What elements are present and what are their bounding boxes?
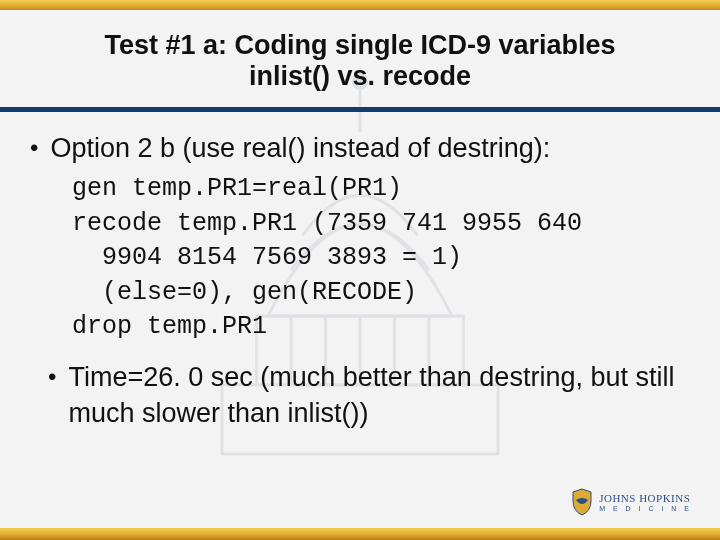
shield-icon: [571, 488, 593, 516]
title-line-2: inlist() vs. recode: [249, 61, 471, 91]
bullet-2-text: Time=26. 0 sec (much better than destrin…: [68, 359, 690, 432]
top-accent-bar: [0, 0, 720, 10]
bullet-dot-icon: •: [30, 130, 38, 164]
bottom-accent-bar: [0, 528, 720, 540]
title-line-1: Test #1 a: Coding single ICD-9 variables: [104, 30, 615, 60]
title-area: Test #1 a: Coding single ICD-9 variables…: [0, 10, 720, 102]
bullet-1-text: Option 2 b (use real() instead of destri…: [50, 130, 550, 166]
logo-sub-text: M E D I C I N E: [599, 505, 692, 512]
bullet-dot-icon: •: [48, 359, 56, 393]
logo-text-wrap: JOHNS HOPKINS M E D I C I N E: [599, 492, 692, 511]
bullet-1: • Option 2 b (use real() instead of dest…: [30, 130, 690, 166]
footer-logo: JOHNS HOPKINS M E D I C I N E: [571, 488, 692, 516]
code-block: gen temp.PR1=real(PR1) recode temp.PR1 (…: [30, 166, 690, 359]
divider-rule: [0, 107, 720, 112]
bullet-2: • Time=26. 0 sec (much better than destr…: [48, 359, 690, 432]
logo-main-text: JOHNS HOPKINS: [599, 492, 692, 504]
slide-title: Test #1 a: Coding single ICD-9 variables…: [40, 30, 680, 92]
slide: Test #1 a: Coding single ICD-9 variables…: [0, 0, 720, 540]
content-area: • Option 2 b (use real() instead of dest…: [30, 130, 690, 432]
